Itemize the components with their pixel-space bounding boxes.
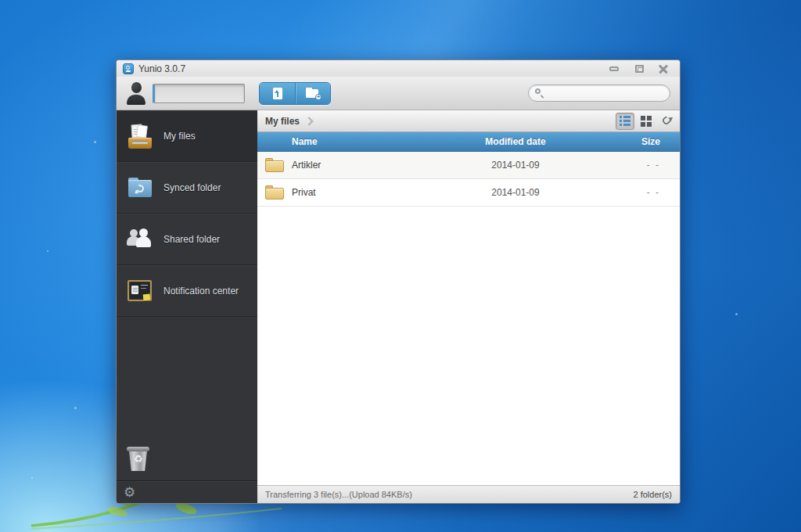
- table-row[interactable]: Artikler 2014-01-09 - -: [257, 152, 680, 179]
- minimize-button[interactable]: [608, 64, 620, 74]
- search-icon: [535, 88, 544, 98]
- sidebar-footer: ⚙: [117, 480, 257, 503]
- app-window: Yunio 3.0.7 +: [116, 59, 681, 504]
- avatar-body: [127, 95, 145, 105]
- sidebar-item-label: Synced folder: [163, 182, 221, 193]
- my-files-icon: [126, 123, 154, 149]
- refresh-button[interactable]: [658, 113, 677, 130]
- upload-file-button[interactable]: [260, 83, 295, 104]
- folder-icon: [265, 158, 285, 172]
- sidebar-spacer: [117, 317, 257, 447]
- item-count-text: 2 folder(s): [633, 490, 672, 499]
- maximize-button[interactable]: [633, 64, 645, 74]
- search-box[interactable]: [528, 84, 670, 102]
- wallpaper-sparkle: [74, 407, 77, 409]
- wallpaper-sparkle: [47, 250, 48, 252]
- transfer-status-text: Transferring 3 file(s)...(Upload 84KB/s): [265, 490, 412, 499]
- sidebar: My files Synced folder Shared folder: [117, 110, 257, 503]
- title-bar[interactable]: Yunio 3.0.7: [117, 60, 680, 77]
- trash-button[interactable]: ♻: [128, 447, 149, 471]
- add-folder-icon: +: [306, 88, 320, 99]
- wallpaper-sparkle: [94, 141, 96, 143]
- sidebar-item-label: My files: [163, 131, 196, 142]
- search-input[interactable]: [548, 88, 670, 99]
- app-logo-icon: [123, 63, 134, 74]
- folder-icon: [265, 185, 285, 200]
- sidebar-item-synced-folder[interactable]: Synced folder: [117, 162, 257, 214]
- upload-file-icon: [273, 88, 282, 99]
- status-bar: Transferring 3 file(s)...(Upload 84KB/s)…: [257, 485, 680, 503]
- breadcrumb[interactable]: My files: [265, 116, 300, 127]
- grid-view-icon: [641, 116, 652, 127]
- file-modified-date: 2014-01-09: [437, 160, 594, 171]
- sidebar-item-notification-center[interactable]: Notification center: [117, 265, 257, 317]
- new-folder-button[interactable]: +: [295, 83, 330, 104]
- sidebar-item-label: Shared folder: [163, 234, 220, 245]
- refresh-icon: [663, 116, 673, 126]
- desktop-background: Yunio 3.0.7 +: [0, 0, 801, 532]
- toolbar: +: [117, 77, 680, 110]
- user-avatar[interactable]: [126, 82, 146, 105]
- grid-view-button[interactable]: [637, 113, 656, 130]
- sidebar-item-label: Notification center: [163, 286, 239, 297]
- recycle-icon: ♻: [128, 453, 149, 465]
- breadcrumb-bar: My files: [257, 110, 680, 132]
- breadcrumb-chevron-icon: [304, 117, 313, 125]
- window-title: Yunio 3.0.7: [138, 63, 185, 74]
- notification-center-icon: [126, 278, 154, 304]
- maximize-icon: [635, 65, 644, 73]
- wallpaper-sparkle: [735, 313, 738, 315]
- avatar-head: [131, 82, 142, 93]
- minimize-icon: [609, 66, 619, 71]
- file-size: - -: [594, 160, 680, 171]
- list-view-icon: [620, 116, 630, 126]
- sidebar-item-my-files[interactable]: My files: [117, 110, 257, 162]
- file-name: Privat: [292, 187, 316, 198]
- column-header-name[interactable]: Name: [257, 136, 437, 147]
- list-view-button[interactable]: [616, 113, 634, 130]
- file-action-buttons: +: [259, 82, 331, 105]
- file-name: Artikler: [292, 160, 321, 171]
- file-size: - -: [594, 187, 680, 198]
- sidebar-item-shared-folder[interactable]: Shared folder: [117, 214, 257, 265]
- file-list-empty-area: [257, 207, 680, 485]
- main-panel: My files: [257, 110, 680, 503]
- table-header: Name Modified date Size: [257, 132, 680, 152]
- account-input[interactable]: [153, 84, 245, 103]
- synced-folder-icon: [126, 174, 154, 201]
- column-header-size[interactable]: Size: [594, 136, 680, 147]
- table-row[interactable]: Privat 2014-01-09 - -: [257, 179, 680, 207]
- close-button[interactable]: [658, 64, 669, 74]
- column-header-modified-date[interactable]: Modified date: [437, 136, 594, 147]
- settings-gear-icon[interactable]: ⚙: [124, 486, 135, 499]
- file-modified-date: 2014-01-09: [437, 187, 594, 198]
- shared-folder-icon: [126, 226, 154, 253]
